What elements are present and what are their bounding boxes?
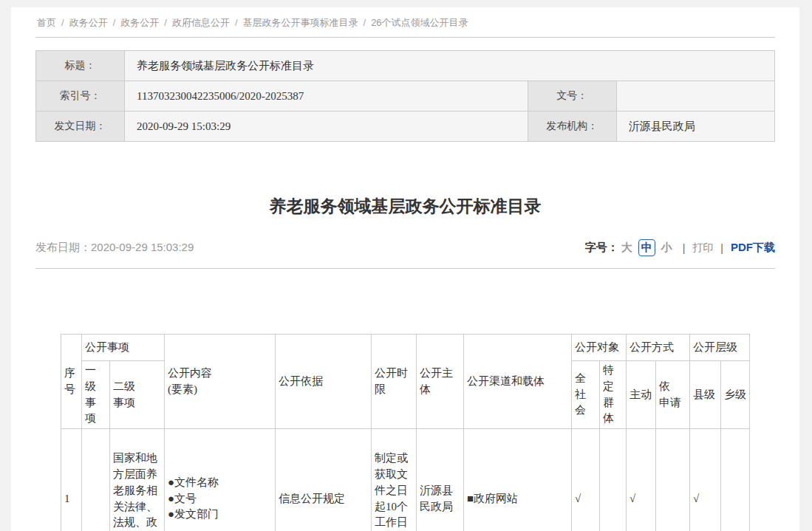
pdf-download-button[interactable]: PDF下载 bbox=[731, 241, 775, 255]
font-size-large-button[interactable]: 大 bbox=[621, 241, 632, 255]
controls-divider: | bbox=[683, 242, 686, 254]
document-meta-table: 标题： 养老服务领域基层政务公开标准目录 索引号： 11370323004223… bbox=[35, 50, 775, 142]
meta-agency-label: 发布机构： bbox=[528, 112, 616, 142]
breadcrumb-catalog[interactable]: 基层政务公开事项标准目录 bbox=[243, 17, 358, 28]
meta-docnum-value bbox=[616, 81, 774, 112]
cell-level1 bbox=[82, 429, 110, 531]
cell-content: ●文件名称 ●文号 ●发文部门 bbox=[165, 429, 276, 531]
cell-subject: 沂源县民政局 bbox=[417, 429, 464, 531]
meta-title-value: 养老服务领域基层政务公开标准目录 bbox=[125, 51, 775, 81]
col-header-channel: 公开渠道和载体 bbox=[464, 335, 572, 429]
meta-row-date: 发文日期： 2020-09-29 15:03:29 发布机构： 沂源县民政局 bbox=[36, 112, 775, 142]
meta-index-value: 113703230042235006/2020-2025387 bbox=[125, 81, 528, 112]
col-header-level-town: 乡级 bbox=[721, 361, 750, 429]
breadcrumb-zwgk-1[interactable]: 政务公开 bbox=[69, 17, 108, 28]
catalog-row-1: 1 国家和地方层面养老服务相关法律、法规、政策文件 ●文件名称 ●文号 ●发文部… bbox=[61, 429, 750, 531]
cell-timelimit: 制定或获取文件之日起10个工作日内 bbox=[372, 429, 417, 531]
breadcrumb-gov-info[interactable]: 政府信息公开 bbox=[172, 17, 230, 28]
cell-audience-specific bbox=[600, 429, 627, 531]
cell-audience-all: √ bbox=[572, 429, 600, 531]
col-header-seq: 序 号 bbox=[61, 335, 82, 429]
meta-date-value: 2020-09-29 15:03:29 bbox=[125, 112, 528, 142]
font-size-small-button[interactable]: 小 bbox=[661, 241, 672, 255]
content-panel: 首页/政务公开/政务公开/政府信息公开/基层政务公开事项标准目录/26个试点领域… bbox=[11, 7, 799, 531]
cell-seq: 1 bbox=[61, 429, 82, 531]
print-button[interactable]: 打印 bbox=[692, 241, 713, 255]
breadcrumb: 首页/政务公开/政务公开/政府信息公开/基层政务公开事项标准目录/26个试点领域… bbox=[35, 7, 775, 38]
col-header-level2: 二级 事项 bbox=[110, 361, 165, 429]
article-meta-row: 发布日期：2020-09-29 15:03:29 字号： 大 中 小 | 打印 … bbox=[35, 239, 775, 269]
col-header-timelimit: 公开时 限 bbox=[372, 335, 417, 429]
col-header-levels: 公开层级 bbox=[690, 335, 750, 361]
catalog-header-row-1: 序 号 公开事项 公开内容 (要素) 公开依据 公开时 限 公开主体 公开渠道和… bbox=[61, 335, 750, 361]
page-title: 养老服务领域基层政务公开标准目录 bbox=[35, 192, 775, 220]
publish-date: 发布日期：2020-09-29 15:03:29 bbox=[35, 241, 194, 255]
col-header-audience-specific: 特定 群体 bbox=[600, 361, 627, 429]
cell-method-active: √ bbox=[627, 429, 656, 531]
article-controls: 字号： 大 中 小 | 打印 | PDF下载 bbox=[585, 239, 775, 256]
disclosure-catalog-table: 序 号 公开事项 公开内容 (要素) 公开依据 公开时 限 公开主体 公开渠道和… bbox=[61, 334, 750, 531]
font-size-medium-button[interactable]: 中 bbox=[638, 239, 655, 256]
col-header-basis: 公开依据 bbox=[276, 335, 372, 429]
col-header-level-county: 县级 bbox=[690, 361, 721, 429]
meta-title-label: 标题： bbox=[36, 51, 125, 81]
col-header-content: 公开内容 (要素) bbox=[165, 335, 276, 429]
cell-basis: 信息公开规定 bbox=[276, 429, 372, 531]
breadcrumb-separator: / bbox=[235, 17, 238, 28]
cell-level-county: √ bbox=[690, 429, 721, 531]
col-header-level1: 一 级 事项 bbox=[82, 361, 110, 429]
meta-row-index: 索引号： 113703230042235006/2020-2025387 文号： bbox=[36, 81, 775, 112]
publish-date-value: 2020-09-29 15:03:29 bbox=[91, 241, 194, 253]
breadcrumb-separator: / bbox=[364, 17, 366, 28]
cell-channel: ■政府网站 bbox=[464, 429, 572, 531]
cell-level2: 国家和地方层面养老服务相关法律、法规、政策文件 bbox=[110, 429, 165, 531]
meta-date-label: 发文日期： bbox=[36, 112, 125, 142]
col-header-audience: 公开对象 bbox=[572, 335, 627, 361]
breadcrumb-zwgk-2[interactable]: 政务公开 bbox=[120, 17, 159, 28]
col-header-method-request: 依 申请 bbox=[656, 361, 690, 429]
col-header-items: 公开事项 bbox=[82, 335, 165, 361]
publish-date-label: 发布日期： bbox=[35, 241, 91, 253]
col-header-method-active: 主动 bbox=[627, 361, 656, 429]
col-header-method: 公开方式 bbox=[627, 335, 690, 361]
meta-index-label: 索引号： bbox=[36, 81, 125, 112]
breadcrumb-pilot-areas[interactable]: 26个试点领域公开目录 bbox=[371, 17, 468, 28]
cell-method-request bbox=[656, 429, 690, 531]
controls-divider: | bbox=[720, 242, 723, 254]
meta-docnum-label: 文号： bbox=[528, 81, 616, 112]
breadcrumb-separator: / bbox=[113, 17, 116, 28]
meta-row-title: 标题： 养老服务领域基层政务公开标准目录 bbox=[36, 51, 775, 81]
breadcrumb-home[interactable]: 首页 bbox=[37, 17, 56, 28]
col-header-subject: 公开主体 bbox=[417, 335, 464, 429]
breadcrumb-separator: / bbox=[61, 17, 64, 28]
font-size-label: 字号： bbox=[585, 241, 618, 255]
meta-agency-value: 沂源县民政局 bbox=[616, 112, 774, 142]
cell-level-town bbox=[721, 429, 750, 531]
col-header-audience-all: 全 社会 bbox=[572, 361, 600, 429]
breadcrumb-separator: / bbox=[164, 17, 167, 28]
